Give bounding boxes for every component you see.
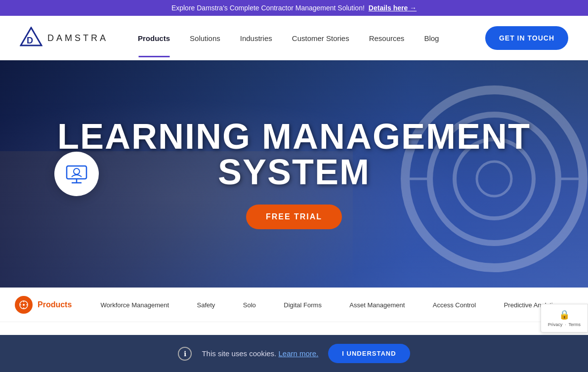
get-in-touch-button[interactable]: GET IN TOUCH <box>485 26 568 50</box>
banner-link[interactable]: Details here → <box>369 4 417 12</box>
cookie-accept-button[interactable]: I UNDERSTAND <box>328 344 410 363</box>
svg-rect-8 <box>67 166 86 179</box>
top-banner: Explore Damstra's Complete Contractor Ma… <box>0 0 588 16</box>
svg-point-13 <box>23 304 25 306</box>
nav-item-customer-stories[interactable]: Customer Stories <box>282 19 359 57</box>
hero-section: LEARNING MANAGEMENT SYSTEM FREE TRIAL <box>0 60 588 288</box>
nav-item-blog[interactable]: Blog <box>414 19 449 57</box>
navbar: D DAMSTRA Products Solutions Industries … <box>0 16 588 60</box>
nav-item-solutions[interactable]: Solutions <box>180 19 230 57</box>
recaptcha-privacy-link[interactable]: Privacy <box>548 322 563 327</box>
products-nav-safety[interactable]: Safety <box>191 300 221 309</box>
recaptcha-logo: 🔒 <box>559 309 570 320</box>
free-trial-button[interactable]: FREE TRIAL <box>246 205 342 229</box>
products-nav-digital-forms[interactable]: Digital Forms <box>278 300 328 309</box>
recaptcha-terms-link[interactable]: Terms <box>569 322 581 327</box>
products-nav-solo[interactable]: Solo <box>237 300 262 309</box>
nav-item-products[interactable]: Products <box>128 19 180 57</box>
hero-icon-circle <box>54 152 99 196</box>
nav-item-resources[interactable]: Resources <box>359 19 415 57</box>
logo[interactable]: D DAMSTRA <box>20 27 108 49</box>
nav-item-industries[interactable]: Industries <box>230 19 282 57</box>
recaptcha-links: Privacy · Terms <box>548 322 581 327</box>
learning-icon <box>64 161 89 187</box>
products-nav-workforce[interactable]: Workforce Management <box>95 300 175 309</box>
svg-point-11 <box>74 168 80 174</box>
products-nav-access-control[interactable]: Access Control <box>427 300 482 309</box>
products-bar-nav: Workforce Management Safety Solo Digital… <box>86 300 573 309</box>
products-icon <box>19 300 29 310</box>
products-bar-icon <box>15 296 33 314</box>
logo-text: DAMSTRA <box>47 33 108 43</box>
cookie-banner: ℹ This site uses cookies. Learn more. I … <box>0 335 588 372</box>
cookie-info-icon: ℹ <box>178 347 192 361</box>
recaptcha-badge: 🔒 Privacy · Terms <box>541 304 588 332</box>
products-bar: Products Workforce Management Safety Sol… <box>0 288 588 322</box>
products-nav-asset-management[interactable]: Asset Management <box>343 300 411 309</box>
products-bar-logo: Products <box>15 296 72 314</box>
cookie-learn-more-link[interactable]: Learn more. <box>278 349 318 358</box>
cookie-message: This site uses cookies. Learn more. <box>202 349 318 358</box>
banner-text: Explore Damstra's Complete Contractor Ma… <box>171 4 365 12</box>
damstra-logo-icon: D <box>20 27 42 49</box>
nav-links: Products Solutions Industries Customer S… <box>128 19 485 57</box>
svg-text:D: D <box>27 36 33 45</box>
products-bar-label: Products <box>38 300 72 309</box>
